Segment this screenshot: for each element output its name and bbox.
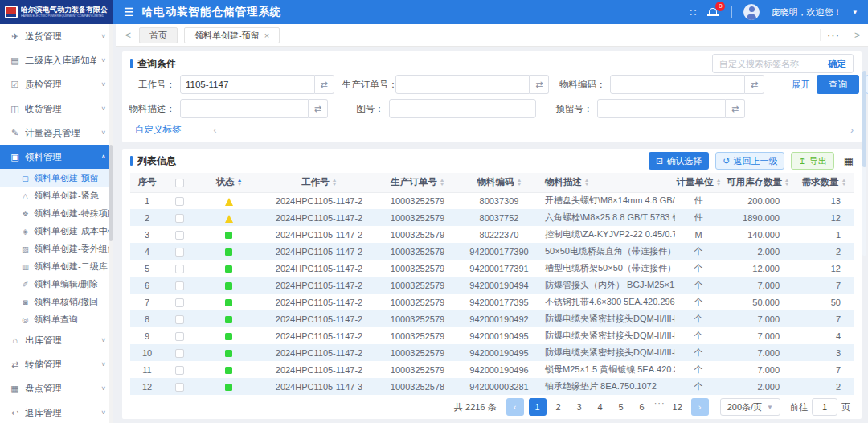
sidebar-item-picking[interactable]: ▣领料管理∧: [0, 145, 113, 169]
table-row[interactable]: 32024HPC1105-1147-21000325257980222370控制…: [130, 226, 854, 243]
tag-confirm-button[interactable]: 确定: [828, 58, 846, 70]
menu-collapse-icon[interactable]: ☰: [124, 6, 134, 18]
production-order-input[interactable]: [395, 75, 530, 94]
sidebar-subitem-create-cost-center[interactable]: ◈领料单创建-成本中心: [0, 222, 113, 240]
column-header-status[interactable]: 状态▲▼: [194, 173, 263, 192]
sidebar-item-measuring-tools[interactable]: ✎计量器具管理∨: [0, 121, 113, 145]
tab-current[interactable]: 领料单创建-预留×: [184, 27, 280, 43]
sidebar-subitem-query[interactable]: ◎领料单查询: [0, 310, 113, 328]
tabs-scroll-left-icon[interactable]: <: [124, 30, 133, 41]
row-checkbox[interactable]: [175, 231, 184, 240]
table-row[interactable]: 82024HPC1105-1147-2100032525799420001904…: [130, 310, 854, 327]
row-checkbox[interactable]: [175, 197, 184, 206]
sort-icon[interactable]: ▲▼: [841, 179, 846, 187]
row-checkbox[interactable]: [175, 248, 184, 257]
column-header-unit[interactable]: 计量单位▲▼: [675, 173, 722, 192]
table-row[interactable]: 122024HPC1105-1147-310003252578942000003…: [130, 378, 854, 395]
table-row[interactable]: 92024HPC1105-1147-2100032525799420001904…: [130, 327, 854, 344]
sidebar-item-transfer[interactable]: ⇄转储管理∨: [0, 352, 113, 376]
row-checkbox[interactable]: [175, 265, 184, 273]
user-menu-caret-icon[interactable]: ▾: [853, 8, 857, 16]
filter-icon[interactable]: ⇄: [745, 75, 764, 94]
row-checkbox[interactable]: [175, 214, 184, 223]
sort-icon[interactable]: ▲▼: [440, 179, 444, 187]
page-number-3[interactable]: 3: [571, 398, 588, 416]
tab-close-icon[interactable]: ×: [264, 28, 269, 43]
sidebar-scrollbar[interactable]: [109, 24, 113, 423]
sidebar-subitem-writeoff-recall[interactable]: ◙领料单核销/撤回: [0, 293, 113, 310]
row-checkbox[interactable]: [175, 315, 184, 324]
sort-icon[interactable]: ▲▼: [517, 179, 522, 187]
filter-icon[interactable]: ⇄: [726, 99, 745, 118]
notification-bell-icon[interactable]: 0: [707, 6, 720, 18]
tabs-more-icon[interactable]: ···: [820, 29, 846, 41]
reserve-no-input[interactable]: [597, 99, 726, 118]
custom-tag-input[interactable]: [719, 59, 814, 68]
table-row[interactable]: 52024HPC1105-1147-2100032525799420001773…: [130, 260, 854, 277]
column-settings-icon[interactable]: ▦: [844, 155, 854, 167]
export-button[interactable]: ↥导出: [791, 152, 833, 170]
sidebar-item-delivery[interactable]: ✈送货管理∨: [0, 24, 113, 48]
job-no-input[interactable]: [180, 75, 315, 94]
sidebar-item-stocktake[interactable]: ▦盘点管理∨: [0, 376, 113, 400]
tags-scroll-left-icon[interactable]: ‹: [214, 125, 217, 136]
filter-icon[interactable]: ⇄: [315, 75, 334, 94]
page-size-select[interactable]: 200条/页▼: [720, 398, 780, 416]
expand-link[interactable]: 展开: [792, 79, 810, 91]
material-code-input[interactable]: [610, 75, 745, 94]
column-header-desc[interactable]: 物料描述▲▼: [538, 173, 675, 192]
filter-icon[interactable]: ⇄: [530, 75, 549, 94]
table-vertical-scrollbar[interactable]: [862, 71, 866, 256]
sidebar-subitem-create-urgent[interactable]: △领料单创建-紧急: [0, 187, 113, 204]
table-row[interactable]: 112024HPC1105-1147-210003252579942000190…: [130, 361, 854, 378]
table-row[interactable]: 22024HPC1105-1147-21000325257980037752六角…: [130, 209, 854, 226]
table-row[interactable]: 62024HPC1105-1147-2100032525799420001904…: [130, 277, 854, 294]
sidebar-subitem-create-outsourced[interactable]: ▨领料单创建-委外组件: [0, 240, 113, 257]
tags-scroll-right-icon[interactable]: ›: [850, 125, 854, 136]
prev-page-button[interactable]: ‹: [506, 398, 524, 416]
sidebar-item-outbound[interactable]: ⌂出库管理∨: [0, 328, 113, 352]
sort-icon[interactable]: ▲▼: [784, 179, 789, 187]
fullscreen-icon[interactable]: ∷: [690, 7, 696, 18]
column-header-order[interactable]: 生产订单号▲▼: [375, 173, 460, 192]
select-all-checkbox[interactable]: [175, 179, 184, 187]
data-table-container[interactable]: 序号状态▲▼工作号▲▼生产订单号▲▼物料编码▲▼物料描述▲▼计量单位▲▼可用库存…: [130, 173, 854, 395]
column-header-job[interactable]: 工作号▲▼: [263, 173, 375, 192]
page-number-2[interactable]: 2: [550, 398, 567, 416]
row-checkbox[interactable]: [175, 332, 184, 341]
goto-page-input[interactable]: [812, 398, 837, 416]
column-header-stock[interactable]: 可用库存数量▲▼: [722, 173, 794, 192]
sidebar-subitem-create-reserve[interactable]: ▢领料单创建-预留: [0, 169, 113, 187]
sidebar-subitem-create-special[interactable]: ❖领料单创建-特殊项目: [0, 204, 113, 222]
sort-icon[interactable]: ▲▼: [237, 179, 242, 187]
tab-home[interactable]: 首页: [139, 27, 178, 43]
row-checkbox[interactable]: [175, 298, 184, 307]
tabs-scroll-right-icon[interactable]: >: [853, 30, 862, 41]
custom-tag-link[interactable]: 自定义标签: [135, 124, 182, 136]
row-checkbox[interactable]: [175, 281, 184, 290]
next-page-button[interactable]: ›: [691, 398, 709, 416]
row-checkbox[interactable]: [175, 383, 184, 392]
row-checkbox[interactable]: [175, 349, 184, 358]
user-greeting[interactable]: 庞晓明，欢迎您！: [771, 6, 841, 18]
select-all-checkbox-header[interactable]: [164, 173, 194, 192]
sort-icon[interactable]: ▲▼: [332, 179, 337, 187]
table-row[interactable]: 102024HPC1105-1147-210003252579942000190…: [130, 344, 854, 361]
back-level-button[interactable]: ↺返回上一级: [715, 152, 784, 170]
search-button[interactable]: 查询: [817, 75, 859, 94]
page-number-1[interactable]: 1: [529, 398, 547, 416]
table-row[interactable]: 12024HPC1105-1147-21000325257980037309开槽…: [130, 192, 854, 209]
confirm-select-button[interactable]: ⊡确认选择: [649, 152, 709, 170]
sidebar-item-quality[interactable]: ☑质检管理∨: [0, 72, 113, 97]
page-number-5[interactable]: 5: [612, 398, 630, 416]
sidebar-subitem-edit-delete[interactable]: ✐领料单编辑/删除: [0, 275, 113, 293]
table-row[interactable]: 72024HPC1105-1147-2100032525799420001773…: [130, 294, 854, 310]
sort-icon[interactable]: ▲▼: [584, 179, 589, 187]
page-number-12[interactable]: 12: [669, 398, 686, 416]
sidebar-item-receiving[interactable]: ◫收货管理∨: [0, 97, 113, 121]
user-avatar[interactable]: [743, 4, 760, 20]
page-number-4[interactable]: 4: [592, 398, 609, 416]
sidebar-item-l2-inbound-notice[interactable]: ▤二级库入库通知单∨: [0, 48, 113, 72]
column-header-demand[interactable]: 需求数量▲▼: [794, 173, 854, 192]
filter-icon[interactable]: ⇄: [309, 99, 328, 118]
